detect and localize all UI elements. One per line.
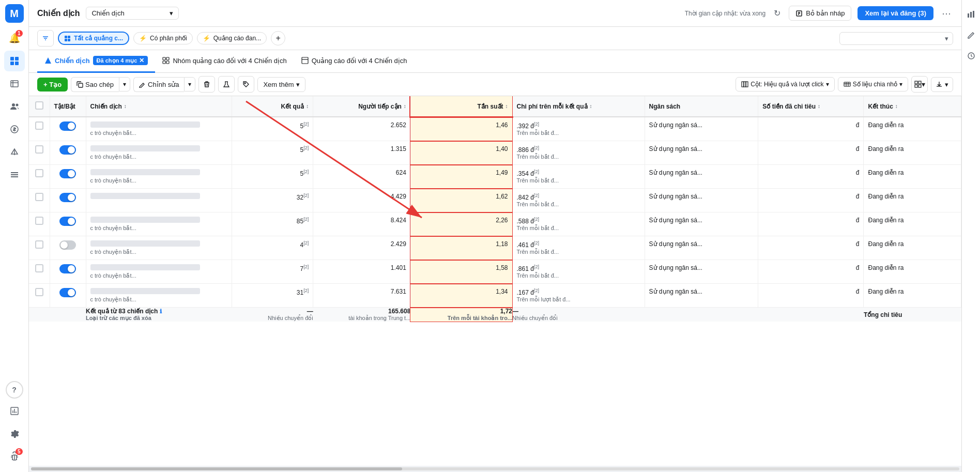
toggle-button[interactable] — [59, 217, 76, 226]
select-all-checkbox[interactable] — [35, 101, 43, 110]
row-checkbox-cell[interactable] — [29, 189, 50, 212]
tab-adgroups[interactable]: Nhóm quảng cáo đối với 4 Chiến dịch — [155, 50, 294, 73]
refresh-icon[interactable]: ↻ — [772, 6, 783, 20]
toggle-button[interactable] — [59, 121, 76, 131]
svg-rect-36 — [302, 57, 308, 64]
tab-ads[interactable]: Quảng cáo đối với 4 Chiến dịch — [294, 50, 415, 73]
toggle-button[interactable] — [59, 193, 76, 202]
selected-badge-close[interactable]: ✕ — [139, 57, 144, 64]
tag-button[interactable] — [238, 76, 254, 93]
meta-logo[interactable]: M — [5, 4, 24, 23]
sidebar-icon-bugs[interactable]: 5 — [4, 446, 25, 467]
end-sort-icon[interactable]: ↕ — [895, 103, 898, 109]
row-checkbox[interactable] — [35, 240, 43, 249]
row-toggle-cell[interactable] — [50, 141, 86, 165]
row-toggle-cell[interactable] — [50, 260, 86, 284]
right-clock-icon[interactable] — [963, 48, 979, 64]
sidebar-icon-campaigns[interactable] — [4, 73, 25, 94]
more-button[interactable]: Xem thêm ▾ — [257, 77, 305, 92]
sidebar-icon-notifications[interactable]: 🔔 1 — [4, 28, 25, 49]
delete-button[interactable] — [198, 76, 215, 93]
cost-sort-icon[interactable]: ↕ — [590, 103, 592, 109]
metrics-button[interactable]: Số liệu chia nhỏ ▾ — [838, 77, 908, 92]
ongoing-ads-filter[interactable]: ⚡ Quảng cáo đan... — [197, 32, 267, 44]
row-checkbox[interactable] — [35, 169, 43, 177]
search-dropdown-icon[interactable]: ▾ — [945, 35, 948, 42]
row-checkbox-cell[interactable] — [29, 260, 50, 284]
campaign-sort-icon[interactable]: ↕ — [124, 103, 127, 109]
copy-button[interactable]: Sao chép — [71, 77, 119, 92]
row-checkbox-cell[interactable] — [29, 212, 50, 236]
th-checkbox[interactable] — [29, 96, 50, 117]
row-checkbox-cell[interactable] — [29, 117, 50, 141]
spent-sort-icon[interactable]: ↕ — [818, 103, 820, 109]
horizontal-scrollbar[interactable] — [29, 466, 961, 472]
has-delivery-filter[interactable]: ⚡ Có phân phối — [133, 32, 193, 44]
view-toggle-button[interactable]: ▾ — [911, 76, 928, 93]
right-edit-icon[interactable] — [963, 27, 979, 43]
edit-button[interactable]: Chỉnh sửa — [133, 77, 184, 92]
review-button[interactable]: Xem lại và đăng (3) — [858, 6, 933, 20]
toggle-button[interactable] — [59, 240, 76, 250]
all-ads-chip[interactable]: Tất cả quảng c... — [58, 32, 129, 45]
row-checkbox-cell[interactable] — [29, 141, 50, 165]
row-checkbox[interactable] — [35, 217, 43, 225]
row-toggle-cell[interactable] — [50, 236, 86, 260]
frequency-sort-icon[interactable]: ↕ — [506, 103, 508, 109]
campaign-selector[interactable]: Chiến dịch ▾ — [86, 7, 179, 20]
tab-campaigns[interactable]: Chiến dịch Đã chọn 4 mục ✕ — [37, 50, 155, 73]
th-spent[interactable]: Số tiền đã chi tiêu ↕ — [758, 96, 864, 117]
sidebar-icon-help[interactable]: ? — [6, 381, 23, 399]
topbar-more-icon[interactable]: ⋯ — [940, 6, 953, 21]
sidebar-icon-ads[interactable] — [4, 142, 25, 162]
toggle-button[interactable] — [59, 288, 76, 297]
row-toggle-cell[interactable] — [50, 189, 86, 212]
draft-button[interactable]: Bỏ bản nháp — [789, 6, 851, 21]
right-bar-chart-icon[interactable] — [963, 6, 979, 23]
row-checkbox-cell[interactable] — [29, 165, 50, 189]
download-button[interactable]: ▾ — [931, 77, 953, 92]
add-filter-button[interactable]: + — [271, 31, 285, 45]
row-toggle-cell[interactable] — [50, 165, 86, 189]
th-reach[interactable]: Người tiếp cận ↕ — [313, 96, 411, 117]
sidebar-icon-reports[interactable] — [4, 401, 25, 421]
th-budget[interactable]: Ngân sách — [645, 96, 758, 117]
th-campaign[interactable]: Chiến dịch ↕ — [86, 96, 232, 117]
table-row: c trò chuyện bắt... 31[2] 7.631 1,34 .16… — [29, 284, 961, 308]
sidebar-icon-menu[interactable] — [4, 164, 25, 185]
row-toggle-cell[interactable] — [50, 212, 86, 236]
create-button[interactable]: + Tạo — [37, 78, 68, 92]
result-sort-icon[interactable]: ↕ — [306, 103, 309, 109]
scrollbar-track[interactable] — [31, 467, 959, 470]
toggle-button[interactable] — [59, 264, 76, 273]
row-checkbox[interactable] — [35, 121, 43, 130]
scrollbar-thumb[interactable] — [31, 467, 402, 470]
row-result-cell: 5[2] — [232, 165, 313, 189]
th-result[interactable]: Kết quả ↕ — [232, 96, 313, 117]
th-frequency[interactable]: Tần suất ↕ — [410, 96, 512, 117]
th-cost[interactable]: Chi phí trên mỗi kết quả ↕ — [512, 96, 645, 117]
columns-button[interactable]: Cột: Hiệu quả và lượt click ▾ — [736, 77, 834, 92]
row-checkbox-cell[interactable] — [29, 284, 50, 308]
toggle-button[interactable] — [59, 145, 76, 155]
row-checkbox[interactable] — [35, 145, 43, 154]
copy-dropdown[interactable]: ▾ — [119, 77, 130, 92]
row-checkbox-cell[interactable] — [29, 236, 50, 260]
sidebar-icon-dashboard[interactable] — [4, 51, 25, 71]
row-checkbox[interactable] — [35, 288, 43, 296]
reach-sort-icon[interactable]: ↕ — [404, 103, 406, 109]
sidebar-icon-settings[interactable] — [4, 423, 25, 444]
filter-icon-button[interactable] — [37, 30, 54, 47]
row-toggle-cell[interactable] — [50, 117, 86, 141]
sidebar-icon-billing[interactable] — [4, 119, 25, 140]
sidebar-icon-audience[interactable] — [4, 96, 25, 117]
th-end[interactable]: Kết thúc ↕ — [864, 96, 961, 117]
row-checkbox[interactable] — [35, 264, 43, 272]
row-checkbox[interactable] — [35, 193, 43, 201]
edit-dropdown[interactable]: ▾ — [184, 77, 195, 92]
search-bar[interactable]: ▾ — [839, 32, 953, 45]
toggle-button[interactable] — [59, 169, 76, 178]
row-toggle-cell[interactable] — [50, 284, 86, 308]
search-input[interactable] — [844, 35, 945, 42]
flask-button[interactable] — [218, 76, 235, 93]
